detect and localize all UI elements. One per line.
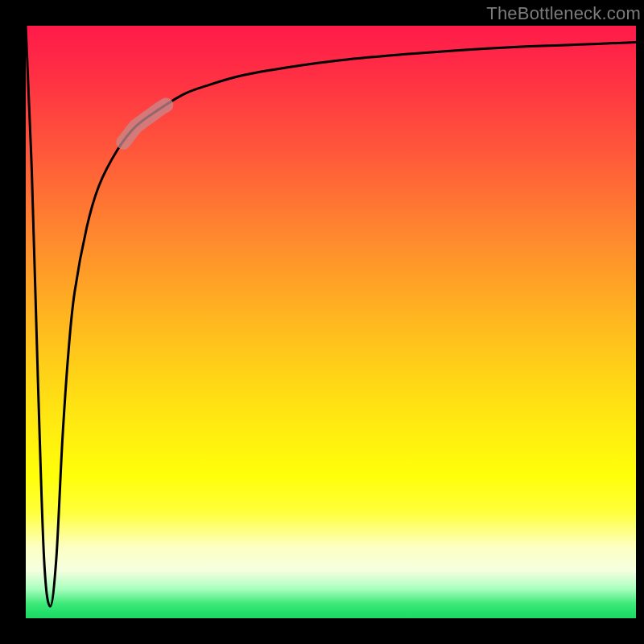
- plot-area: [26, 26, 636, 618]
- bottleneck-curve-path: [26, 26, 636, 606]
- chart-stage: TheBottleneck.com: [0, 0, 644, 644]
- watermark-text: TheBottleneck.com: [486, 3, 641, 24]
- curve-layer: [26, 26, 636, 618]
- highlight-segment-path: [123, 105, 166, 142]
